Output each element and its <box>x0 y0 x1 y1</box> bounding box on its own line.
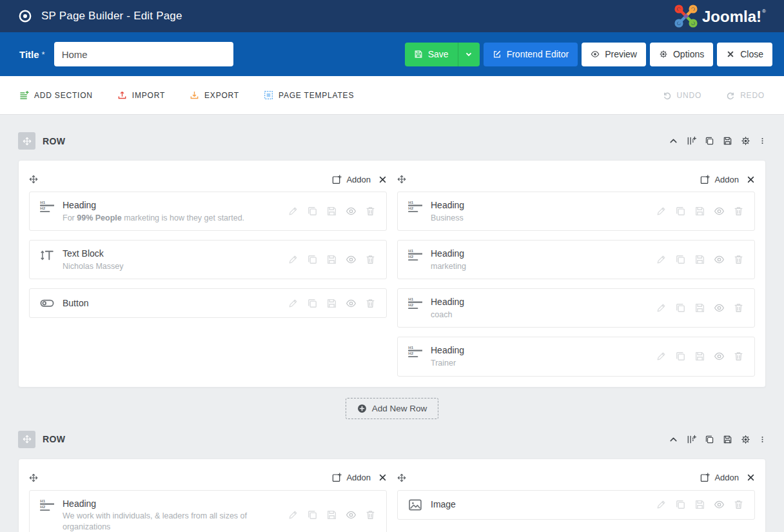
frontend-editor-button[interactable]: Frontend Editor <box>484 43 578 66</box>
addon-text: HeadingBusiness <box>431 199 648 223</box>
save-icon[interactable] <box>326 254 337 265</box>
add-addon-button[interactable]: Addon <box>700 175 739 184</box>
addon-item[interactable]: H1H2HeadingWe work with individuals, & l… <box>29 490 387 532</box>
delete-icon[interactable] <box>733 254 744 265</box>
visibility-icon[interactable] <box>346 206 357 217</box>
duplicate-icon[interactable] <box>307 509 318 520</box>
title-input[interactable] <box>54 42 233 66</box>
edit-icon[interactable] <box>656 499 667 510</box>
column-move-handle[interactable] <box>29 473 38 482</box>
delete-icon[interactable] <box>365 254 376 265</box>
duplicate-icon[interactable] <box>675 254 686 265</box>
edit-icon[interactable] <box>656 206 667 217</box>
save-icon[interactable] <box>326 298 337 309</box>
column-options-icon[interactable] <box>378 175 387 184</box>
save-icon[interactable] <box>694 302 705 313</box>
add-addon-button[interactable]: Addon <box>332 175 371 184</box>
delete-icon[interactable] <box>365 509 376 520</box>
duplicate-icon[interactable] <box>675 302 686 313</box>
save-icon[interactable] <box>694 206 705 217</box>
delete-icon[interactable] <box>733 206 744 217</box>
edit-icon[interactable] <box>288 509 299 520</box>
column-options-icon[interactable] <box>378 473 387 482</box>
delete-icon[interactable] <box>733 351 744 362</box>
duplicate-icon[interactable] <box>307 298 318 309</box>
edit-icon[interactable] <box>656 254 667 265</box>
duplicate-icon[interactable] <box>307 254 318 265</box>
collapse-icon[interactable] <box>669 136 678 146</box>
visibility-icon[interactable] <box>714 206 725 217</box>
save-icon[interactable] <box>694 499 705 510</box>
addon-item[interactable]: Text BlockNicholas Massey <box>29 240 387 279</box>
duplicate-icon[interactable] <box>705 435 714 444</box>
visibility-icon[interactable] <box>346 254 357 265</box>
export-icon <box>190 90 199 100</box>
addon-title: Heading <box>431 199 648 212</box>
visibility-icon[interactable] <box>714 302 725 313</box>
visibility-icon[interactable] <box>714 499 725 510</box>
more-icon[interactable] <box>759 136 766 146</box>
duplicate-icon[interactable] <box>705 136 714 146</box>
save-icon[interactable] <box>694 254 705 265</box>
duplicate-icon[interactable] <box>675 351 686 362</box>
export-button[interactable]: EXPORT <box>190 90 239 100</box>
visibility-icon[interactable] <box>346 298 357 309</box>
delete-icon[interactable] <box>733 499 744 510</box>
addon-item[interactable]: Button <box>29 288 387 318</box>
visibility-icon[interactable] <box>714 254 725 265</box>
add-new-row-button[interactable]: Add New Row <box>346 398 439 419</box>
save-button[interactable]: Save <box>405 43 458 66</box>
undo-label: UNDO <box>677 91 702 100</box>
add-addon-button[interactable]: Addon <box>700 473 739 482</box>
save-icon[interactable] <box>694 351 705 362</box>
row-move-handle[interactable] <box>18 431 35 448</box>
delete-icon[interactable] <box>365 298 376 309</box>
edit-icon[interactable] <box>656 302 667 313</box>
column-move-handle[interactable] <box>397 175 406 184</box>
save-icon[interactable] <box>723 136 732 146</box>
add-section-button[interactable]: ADD SECTION <box>19 90 93 100</box>
add-addon-button[interactable]: Addon <box>332 473 371 482</box>
redo-button[interactable]: REDO <box>726 91 765 100</box>
duplicate-icon[interactable] <box>307 206 318 217</box>
row-move-handle[interactable] <box>18 132 35 150</box>
addon-title: Heading <box>63 199 280 212</box>
column-move-handle[interactable] <box>29 175 38 184</box>
addon-item[interactable]: Image <box>397 490 755 520</box>
page-templates-button[interactable]: PAGE TEMPLATES <box>264 90 354 100</box>
visibility-icon[interactable] <box>346 509 357 520</box>
import-button[interactable]: IMPORT <box>117 90 165 100</box>
save-icon[interactable] <box>326 206 337 217</box>
undo-button[interactable]: UNDO <box>663 91 702 100</box>
options-button[interactable]: Options <box>650 43 713 66</box>
preview-button[interactable]: Preview <box>582 43 646 66</box>
visibility-icon[interactable] <box>714 351 725 362</box>
save-icon[interactable] <box>723 435 732 444</box>
save-icon[interactable] <box>326 509 337 520</box>
addon-item[interactable]: H1H2HeadingTrainer <box>397 337 755 376</box>
collapse-icon[interactable] <box>669 435 678 444</box>
edit-icon[interactable] <box>288 206 299 217</box>
addon-item[interactable]: H1H2Headingcoach <box>397 288 755 328</box>
column-options-icon[interactable] <box>747 175 755 184</box>
title-field-label: Title <box>19 49 39 60</box>
close-button[interactable]: Close <box>717 43 772 66</box>
addon-item[interactable]: H1H2HeadingFor 99% People marketing is h… <box>29 192 387 231</box>
delete-icon[interactable] <box>733 302 744 313</box>
edit-icon[interactable] <box>288 254 299 265</box>
duplicate-icon[interactable] <box>675 499 686 510</box>
delete-icon[interactable] <box>365 206 376 217</box>
save-dropdown-button[interactable] <box>458 43 480 66</box>
column-move-handle[interactable] <box>397 473 406 482</box>
more-icon[interactable] <box>759 435 766 444</box>
settings-icon[interactable] <box>741 136 750 146</box>
edit-icon[interactable] <box>288 298 299 309</box>
edit-icon[interactable] <box>656 351 667 362</box>
addon-item[interactable]: H1H2Headingmarketing <box>397 240 755 279</box>
column-options-icon[interactable] <box>747 473 755 482</box>
settings-icon[interactable] <box>741 435 750 444</box>
duplicate-icon[interactable] <box>675 206 686 217</box>
column-layout-icon[interactable] <box>687 136 696 146</box>
addon-item[interactable]: H1H2HeadingBusiness <box>397 192 755 231</box>
column-layout-icon[interactable] <box>687 435 696 444</box>
